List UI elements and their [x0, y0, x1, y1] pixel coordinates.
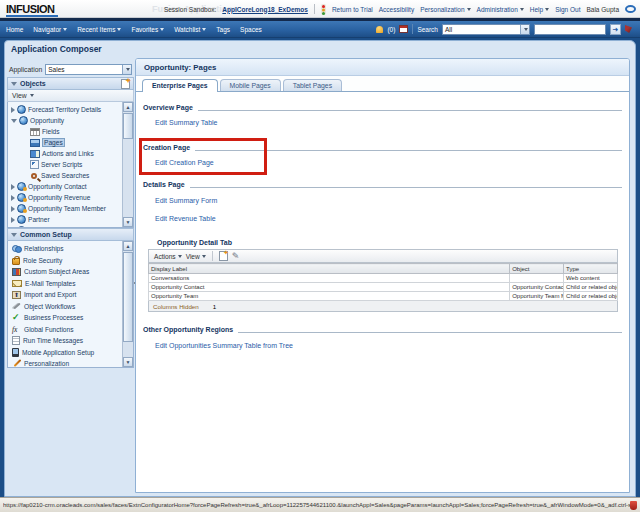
expand-icon[interactable]: [11, 217, 15, 223]
collapse-icon[interactable]: [11, 119, 17, 123]
tree-item-partial[interactable]: [8, 225, 121, 228]
common-setup-relationships[interactable]: Relationships: [8, 243, 121, 255]
search-input[interactable]: [534, 24, 606, 35]
search-go-button[interactable]: ➜: [610, 24, 621, 35]
nav-spaces[interactable]: Spaces: [240, 26, 262, 33]
expand-icon[interactable]: [11, 206, 15, 212]
application-select[interactable]: Sales: [45, 64, 132, 75]
sign-out-link[interactable]: Sign Out: [555, 6, 580, 13]
edit-pencil-icon[interactable]: ✎: [232, 251, 240, 261]
expand-icon[interactable]: [11, 228, 15, 229]
common-setup-custom-subject-areas[interactable]: Custom Subject Areas: [8, 266, 121, 278]
common-setup-object-workflows[interactable]: Object Workflows: [8, 301, 121, 313]
application-label: Application: [9, 66, 42, 73]
nav-home[interactable]: Home: [6, 26, 23, 33]
create-icon[interactable]: ✦: [219, 251, 228, 261]
common-setup-email-templates[interactable]: E-Mail Templates: [8, 278, 121, 290]
scroll-down-button[interactable]: ▼: [123, 217, 133, 227]
edit-summary-table-link[interactable]: Edit Summary Table: [155, 119, 218, 126]
collapse-icon[interactable]: [11, 82, 17, 86]
section-rule: [190, 184, 622, 188]
tree-view-menu[interactable]: View: [7, 90, 134, 102]
actions-menu[interactable]: Actions: [154, 253, 182, 260]
nav-navigator-menu[interactable]: Navigator: [33, 26, 67, 33]
tab-tablet-pages[interactable]: Tablet Pages: [283, 79, 342, 91]
expand-icon[interactable]: [11, 195, 15, 201]
search-scope-select[interactable]: All: [442, 24, 530, 35]
common-setup-scrollbar[interactable]: ▲ ▼: [122, 241, 133, 367]
calendar-icon[interactable]: [399, 25, 408, 33]
common-setup-role-security[interactable]: Role Security: [8, 255, 121, 267]
new-object-icon[interactable]: ✦: [121, 79, 130, 89]
tree-item-pages[interactable]: Pages: [8, 137, 121, 148]
wrench-icon: [12, 302, 21, 311]
nav-recent-items-menu[interactable]: Recent Items: [77, 26, 121, 33]
scroll-down-button[interactable]: ▼: [123, 357, 133, 367]
common-setup-import-export[interactable]: ⬆Import and Export: [8, 289, 121, 301]
scrollbar-thumb[interactable]: [123, 113, 133, 139]
column-header-object[interactable]: Object: [510, 264, 564, 274]
nav-watchlist-menu[interactable]: Watchlist: [174, 26, 206, 33]
checkmark-icon: ✓: [12, 313, 21, 322]
view-menu[interactable]: View: [186, 253, 206, 260]
sandbox-link[interactable]: ApplCoreLong18_ExDemos: [222, 6, 308, 13]
dropdown-button[interactable]: [520, 25, 529, 34]
chevron-down-icon: [63, 28, 67, 31]
status-flag-icon[interactable]: [630, 501, 637, 510]
advanced-search-icon[interactable]: [625, 25, 632, 33]
return-to-trial-link[interactable]: Return to Trial: [332, 6, 373, 13]
tree-scrollbar[interactable]: ▲ ▼: [122, 102, 133, 227]
scroll-up-button[interactable]: ▲: [123, 102, 133, 112]
expand-icon[interactable]: [11, 107, 15, 113]
tab-enterprise-pages[interactable]: Enterprise Pages: [142, 79, 218, 92]
common-setup-personalization[interactable]: Personalization: [8, 358, 121, 368]
administration-menu[interactable]: Administration: [477, 6, 524, 13]
tree-item-fields[interactable]: Fields: [8, 126, 121, 137]
collapse-icon[interactable]: [11, 233, 17, 237]
help-menu[interactable]: Help: [530, 6, 549, 13]
common-setup-mobile-application-setup[interactable]: Mobile Application Setup: [8, 347, 121, 359]
global-header: INFUSION Fusion Applications Session San…: [0, 0, 640, 18]
tree-item-server-scripts[interactable]: Server Scripts: [8, 159, 121, 170]
edit-summary-form-link[interactable]: Edit Summary Form: [155, 197, 217, 204]
detail-tab-table: Actions View ✦ ✎ Display Label Object Ty…: [148, 249, 618, 312]
dropdown-button[interactable]: [122, 65, 131, 74]
chevron-down-icon: [117, 28, 121, 31]
accessibility-link[interactable]: Accessibility: [379, 6, 414, 13]
edit-revenue-table-link[interactable]: Edit Revenue Table: [155, 215, 216, 222]
scroll-up-button[interactable]: ▲: [123, 241, 133, 251]
scrollbar-thumb[interactable]: [123, 252, 133, 342]
column-header-display-label[interactable]: Display Label: [149, 264, 510, 274]
column-header-type[interactable]: Type: [564, 264, 618, 274]
common-setup-global-functions[interactable]: fxGlobal Functions: [8, 324, 121, 336]
tab-mobile-pages[interactable]: Mobile Pages: [220, 79, 281, 91]
tree-item-forecast-territory-details[interactable]: Forecast Territory Details: [8, 104, 121, 115]
tree-item-opportunity-contact[interactable]: Opportunity Contact: [8, 181, 121, 192]
expand-icon[interactable]: [11, 184, 15, 190]
table-row[interactable]: Conversations Web content: [149, 274, 618, 283]
object-icon: [19, 116, 28, 125]
edit-creation-page-link[interactable]: Edit Creation Page: [155, 159, 214, 166]
common-setup-panel-header[interactable]: Common Setup: [7, 228, 134, 241]
table-row[interactable]: Opportunity Contact Opportunity Contact …: [149, 283, 618, 292]
nav-tags[interactable]: Tags: [216, 26, 230, 33]
common-setup-business-processes[interactable]: ✓Business Processes: [8, 312, 121, 324]
nav-favorites-menu[interactable]: Favorites: [131, 26, 164, 33]
tree-item-saved-searches[interactable]: Saved Searches: [8, 170, 121, 181]
common-setup-run-time-messages[interactable]: Run Time Messages: [8, 335, 121, 347]
objects-panel-header[interactable]: Objects ✦: [7, 77, 134, 90]
edit-opportunities-summary-table-link[interactable]: Edit Opportunities Summary Table from Tr…: [155, 342, 293, 349]
tree-item-opportunity[interactable]: Opportunity: [8, 115, 121, 126]
envelope-icon: [12, 280, 22, 287]
table-row[interactable]: Opportunity Team Opportunity Team Me Chi…: [149, 292, 618, 301]
tree-item-partner[interactable]: Partner: [8, 214, 121, 225]
oracle-ring-icon[interactable]: [625, 5, 636, 13]
columns-hidden-count: 1: [213, 303, 216, 310]
columns-hidden-label: Columns Hidden: [153, 303, 199, 310]
other-regions-header: Other Opportunity Regions: [143, 326, 233, 333]
notifications-bell-icon[interactable]: [376, 26, 383, 33]
tree-item-opportunity-revenue[interactable]: Opportunity Revenue: [8, 192, 121, 203]
tree-item-actions-and-links[interactable]: Actions and Links: [8, 148, 121, 159]
tree-item-opportunity-team-member[interactable]: Opportunity Team Member: [8, 203, 121, 214]
personalization-menu[interactable]: Personalization: [420, 6, 470, 13]
